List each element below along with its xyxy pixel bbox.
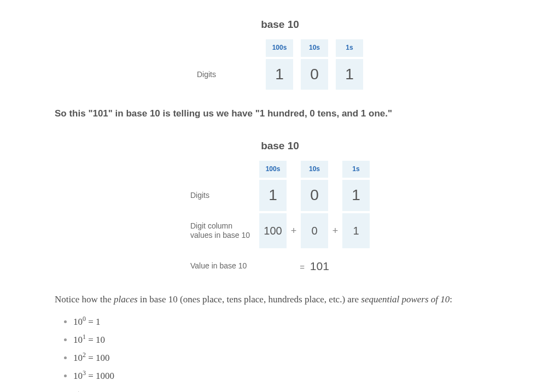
table2-result: = 101 xyxy=(259,257,370,276)
table1-digit-100s: 1 xyxy=(266,59,293,90)
table2-value-100s: 100 xyxy=(259,213,287,248)
table1-header-10s: 10s xyxy=(301,39,328,56)
power-eq: = xyxy=(86,353,96,363)
para-text: : xyxy=(450,294,452,305)
para-em-powers: sequential powers of 10 xyxy=(361,294,450,305)
places-paragraph: Notice how the places in base 10 (ones p… xyxy=(55,292,505,307)
table2-rowlabel-values: Digit column values in base 10 xyxy=(190,221,256,240)
table-base10-full: base 10 100s 10s 1s Digits 1 0 1 Digit c… xyxy=(55,138,505,276)
table2-value-10s: 0 xyxy=(301,213,328,248)
power-base: 10 xyxy=(73,335,83,345)
table2-rowlabel-result: Value in base 10 xyxy=(190,261,256,271)
list-item: 102 = 100 xyxy=(73,350,505,365)
table1-header-1s: 1s xyxy=(336,39,363,56)
list-item: 103 = 1000 xyxy=(73,368,505,383)
powers-list: 100 = 1 101 = 10 102 = 100 103 = 1000 et… xyxy=(73,314,505,392)
table1-title: base 10 xyxy=(261,16,299,33)
table1-rowlabel-digits: Digits xyxy=(197,70,262,79)
table2-header-1s: 1s xyxy=(342,161,370,178)
table1-grid: 100s 10s 1s Digits 1 0 1 xyxy=(197,39,363,90)
power-val: 1000 xyxy=(96,371,114,381)
table2-header-10s: 10s xyxy=(301,161,328,178)
table1-digit-10s: 0 xyxy=(301,59,328,90)
power-val: 1 xyxy=(96,317,101,327)
table2-title: base 10 xyxy=(261,138,299,154)
power-eq: = xyxy=(86,371,96,381)
table2-digit-1s: 1 xyxy=(342,180,370,211)
para-text: Notice how the xyxy=(55,294,114,305)
table1-header-100s: 100s xyxy=(266,39,293,56)
table2-result-value: 101 xyxy=(310,260,329,272)
power-val: 10 xyxy=(96,335,105,345)
power-val: 100 xyxy=(96,353,110,363)
table2-digit-10s: 0 xyxy=(301,180,328,211)
list-item: 101 = 10 xyxy=(73,332,505,347)
power-base: 10 xyxy=(73,371,83,381)
para-em-places: places xyxy=(114,294,137,305)
table2-grid: 100s 10s 1s Digits 1 0 1 Digit column va… xyxy=(190,161,370,276)
table2-value-1s: 1 xyxy=(342,213,370,248)
table1-digit-1s: 1 xyxy=(336,59,363,90)
table2-header-100s: 100s xyxy=(259,161,287,178)
para-text: in base 10 (ones place, tens place, hund… xyxy=(138,294,361,305)
table2-digit-100s: 1 xyxy=(259,180,287,211)
power-eq: = xyxy=(86,317,96,327)
power-base: 10 xyxy=(73,317,83,327)
plus-icon: + xyxy=(331,223,339,239)
list-item: etc. xyxy=(73,387,505,392)
equals-sign: = xyxy=(300,262,305,272)
emphasis-sentence: So this "101" in base 10 is telling us w… xyxy=(55,106,505,121)
list-item: 100 = 1 xyxy=(73,314,505,329)
table-base10-digits: base 10 100s 10s 1s Digits 1 0 1 xyxy=(55,16,505,90)
power-base: 10 xyxy=(73,353,83,363)
power-eq: = xyxy=(86,335,96,345)
table2-rowlabel-digits: Digits xyxy=(190,191,256,200)
plus-icon: + xyxy=(290,223,298,239)
